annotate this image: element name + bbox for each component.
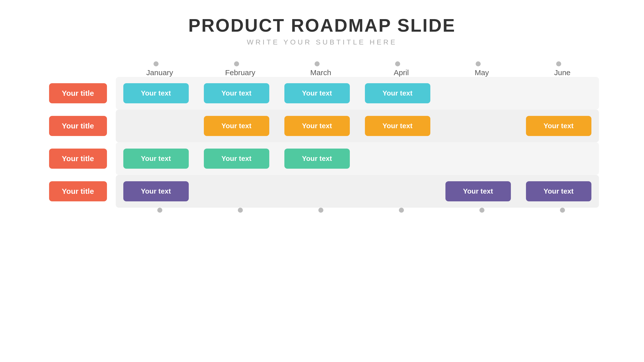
title-box-3[interactable]: Your title bbox=[49, 149, 107, 169]
row-2-cells: Your text Your text Your text bbox=[116, 110, 599, 142]
month-label-feb: February bbox=[196, 68, 277, 77]
title-text-2: Your title bbox=[62, 122, 94, 130]
month-dot-jan bbox=[154, 61, 159, 66]
cell-4-5: Your text bbox=[438, 175, 518, 208]
cell-3-2: Your text bbox=[196, 142, 277, 175]
cell-1-5 bbox=[438, 77, 518, 110]
title-text-1: Your title bbox=[62, 89, 94, 98]
month-jan: January bbox=[116, 61, 196, 77]
month-dot-jun bbox=[556, 61, 561, 66]
row-label-1: Your title bbox=[45, 77, 111, 110]
cell-2-6: Your text bbox=[518, 110, 599, 142]
task-1-3[interactable]: Your text bbox=[284, 83, 350, 103]
cell-3-6 bbox=[518, 142, 599, 175]
row-label-3: Your title bbox=[45, 142, 111, 175]
task-4-6[interactable]: Your text bbox=[526, 181, 591, 201]
month-dot-apr bbox=[395, 61, 400, 66]
cell-2-2: Your text bbox=[196, 110, 277, 142]
cell-2-4: Your text bbox=[357, 110, 438, 142]
roadmap-container: January February March April May June bbox=[45, 61, 599, 213]
cell-1-2: Your text bbox=[196, 77, 277, 110]
bottom-dot-jan-circle bbox=[157, 208, 162, 213]
month-label-jun: June bbox=[518, 68, 599, 77]
month-may: May bbox=[438, 61, 518, 77]
cell-1-4: Your text bbox=[357, 77, 438, 110]
bottom-dot-jun bbox=[518, 208, 599, 213]
subtitle: WRITE YOUR SUBTITLE HERE bbox=[188, 38, 456, 46]
month-label-jan: January bbox=[116, 68, 196, 77]
bottom-dots-row bbox=[116, 208, 599, 213]
row-label-2: Your title bbox=[45, 110, 111, 142]
task-1-4[interactable]: Your text bbox=[365, 83, 430, 103]
cell-3-4 bbox=[357, 142, 438, 175]
month-dot-feb bbox=[234, 61, 239, 66]
cell-1-3: Your text bbox=[277, 77, 357, 110]
task-2-3[interactable]: Your text bbox=[284, 116, 350, 136]
bottom-dot-apr bbox=[357, 208, 438, 213]
task-1-2[interactable]: Your text bbox=[204, 83, 269, 103]
month-feb: February bbox=[196, 61, 277, 77]
cell-2-3: Your text bbox=[277, 110, 357, 142]
row-label-4: Your title bbox=[45, 175, 111, 208]
row-3-cells: Your text Your text Your text bbox=[116, 142, 599, 175]
bottom-dot-may-circle bbox=[479, 208, 484, 213]
grid-row-2: Your text Your text Your text bbox=[116, 110, 599, 142]
title-text-3: Your title bbox=[62, 154, 94, 163]
rows-wrapper: Your title Your title Your title Your ti… bbox=[45, 77, 599, 208]
bottom-dot-jan bbox=[116, 208, 196, 213]
grid-row-1: Your text Your text Your text bbox=[116, 77, 599, 110]
slide-header: PRODUCT ROADMAP SLIDE WRITE YOUR SUBTITL… bbox=[188, 15, 456, 46]
month-apr: April bbox=[357, 61, 438, 77]
task-3-1[interactable]: Your text bbox=[123, 149, 189, 169]
task-2-4[interactable]: Your text bbox=[365, 116, 430, 136]
cell-1-6 bbox=[518, 77, 599, 110]
cell-3-3: Your text bbox=[277, 142, 357, 175]
cell-3-5 bbox=[438, 142, 518, 175]
bottom-dot-may bbox=[438, 208, 518, 213]
cell-4-2 bbox=[196, 175, 277, 208]
task-3-3[interactable]: Your text bbox=[284, 149, 350, 169]
month-mar: March bbox=[277, 61, 357, 77]
bottom-dot-mar bbox=[277, 208, 357, 213]
cell-2-5 bbox=[438, 110, 518, 142]
month-dot-may bbox=[476, 61, 481, 66]
task-3-2[interactable]: Your text bbox=[204, 149, 269, 169]
months-row: January February March April May June bbox=[116, 61, 599, 77]
title-box-2[interactable]: Your title bbox=[49, 116, 107, 136]
month-label-may: May bbox=[438, 68, 518, 77]
row-labels: Your title Your title Your title Your ti… bbox=[45, 77, 111, 208]
task-1-1[interactable]: Your text bbox=[123, 83, 189, 103]
bottom-dot-apr-circle bbox=[399, 208, 404, 213]
bottom-dot-feb-circle bbox=[238, 208, 243, 213]
cell-4-1: Your text bbox=[116, 175, 196, 208]
grid-row-4: Your text Your text Your text bbox=[116, 175, 599, 208]
cell-4-6: Your text bbox=[518, 175, 599, 208]
cell-4-4 bbox=[357, 175, 438, 208]
task-2-2[interactable]: Your text bbox=[204, 116, 269, 136]
title-text-4: Your title bbox=[62, 187, 94, 196]
month-jun: June bbox=[518, 61, 599, 77]
task-2-6[interactable]: Your text bbox=[526, 116, 591, 136]
task-4-5[interactable]: Your text bbox=[445, 181, 511, 201]
cell-4-3 bbox=[277, 175, 357, 208]
cell-1-1: Your text bbox=[116, 77, 196, 110]
title-box-4[interactable]: Your title bbox=[49, 181, 107, 201]
title-box-1[interactable]: Your title bbox=[49, 83, 107, 103]
month-label-apr: April bbox=[357, 68, 438, 77]
bottom-dot-jun-circle bbox=[560, 208, 565, 213]
month-label-mar: March bbox=[277, 68, 357, 77]
task-4-1[interactable]: Your text bbox=[123, 181, 189, 201]
main-title: PRODUCT ROADMAP SLIDE bbox=[188, 15, 456, 36]
month-dot-mar bbox=[315, 61, 320, 66]
cell-2-1 bbox=[116, 110, 196, 142]
cell-3-1: Your text bbox=[116, 142, 196, 175]
grid-wrapper: Your text Your text Your text bbox=[116, 77, 599, 208]
bottom-dot-feb bbox=[196, 208, 277, 213]
bottom-dot-mar-circle bbox=[318, 208, 323, 213]
row-4-cells: Your text Your text Your text bbox=[116, 175, 599, 208]
row-1-cells: Your text Your text Your text bbox=[116, 77, 599, 110]
grid-row-3: Your text Your text Your text bbox=[116, 142, 599, 175]
